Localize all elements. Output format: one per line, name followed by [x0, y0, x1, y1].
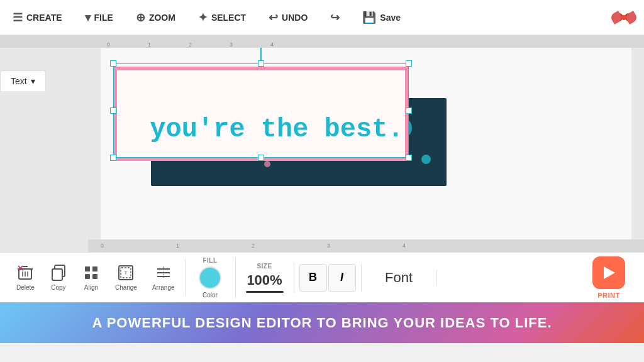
svg-rect-16 [92, 274, 97, 279]
print-button[interactable] [592, 256, 625, 289]
tab-text[interactable]: Text ▾ [0, 70, 46, 91]
canvas-area: 0 1 2 3 4 [0, 35, 644, 252]
change-button[interactable]: T Change [108, 259, 145, 296]
svg-marker-24 [604, 266, 615, 279]
arrange-button[interactable]: Arrange [145, 259, 182, 296]
undo-icon: ↩ [269, 11, 278, 25]
svg-point-2 [621, 15, 626, 20]
size-label: SIZE [257, 263, 272, 270]
file-menu[interactable]: ▾ FILE [80, 7, 118, 28]
undo-button[interactable]: ↩ UNDO [264, 7, 313, 28]
arrange-label: Arrange [152, 284, 175, 291]
save-button[interactable]: 💾 Save [357, 7, 406, 28]
design-text: you're the best. [150, 114, 403, 145]
svg-rect-13 [85, 266, 90, 272]
zoom-icon: ⊕ [136, 11, 145, 25]
canvas-workspace[interactable]: you're the best. [101, 48, 631, 239]
fill-label: FILL [203, 257, 217, 264]
create-menu[interactable]: ☰ CREATE [8, 7, 67, 28]
copy-label: Copy [51, 284, 65, 291]
size-bar[interactable] [246, 291, 284, 293]
pink-border-box [113, 67, 409, 161]
delete-label: Delete [16, 284, 35, 291]
save-icon: 💾 [362, 11, 376, 25]
style-section: B I [294, 264, 362, 292]
bold-label: B [309, 271, 317, 284]
copy-button[interactable]: Copy [42, 259, 75, 296]
tab-text-label: Text [11, 76, 27, 86]
bold-button[interactable]: B [299, 264, 327, 292]
align-icon [82, 264, 100, 282]
fill-section: FILL Color [186, 257, 236, 299]
tab-bar: Text ▾ [0, 70, 46, 91]
chevron-down-icon: ▾ [85, 11, 91, 25]
select-icon: ✦ [198, 11, 208, 25]
selection-handle-tc[interactable] [258, 60, 264, 67]
redo-icon: ↪ [330, 11, 340, 25]
selection-handle-tr[interactable] [406, 60, 412, 67]
svg-text:T: T [125, 270, 128, 276]
italic-label: I [340, 271, 343, 284]
font-label: Font [385, 270, 413, 286]
selection-top-line [260, 48, 262, 63]
hamburger-icon: ☰ [13, 11, 23, 25]
arrange-icon [155, 264, 172, 282]
delete-button[interactable]: Delete [9, 259, 42, 296]
ruler-bottom: 0 1 2 3 4 [88, 239, 644, 252]
svg-rect-14 [92, 266, 97, 272]
redo-button[interactable]: ↪ [325, 7, 345, 28]
delete-icon [16, 264, 34, 282]
change-icon: T [117, 264, 135, 282]
svg-rect-15 [85, 274, 90, 279]
toolbar-right [611, 9, 636, 26]
select-label: SELECT [211, 13, 246, 23]
copy-icon [50, 264, 67, 282]
italic-button[interactable]: I [328, 264, 356, 292]
tool-icons: Delete Copy [6, 259, 186, 296]
brand-logo [611, 9, 636, 26]
zoom-label: ZOOM [149, 13, 175, 23]
selection-handle-tl[interactable] [110, 60, 116, 67]
size-value: 100% [247, 272, 282, 288]
print-label: PRINT [597, 292, 620, 299]
font-section[interactable]: Font [362, 270, 437, 286]
svg-rect-12 [52, 269, 62, 280]
toolbar: ☰ CREATE ▾ FILE ⊕ ZOOM ✦ SELECT ↩ UNDO ↪… [0, 0, 644, 35]
change-label: Change [115, 284, 137, 291]
size-section: SIZE 100% [236, 263, 294, 293]
align-label: Align [84, 284, 98, 291]
app-container: ☰ CREATE ▾ FILE ⊕ ZOOM ✦ SELECT ↩ UNDO ↪… [0, 0, 644, 362]
select-menu[interactable]: ✦ SELECT [193, 7, 251, 28]
banner-text: A POWERFUL DESIGN EDITOR TO BRING YOUR I… [92, 315, 552, 331]
zoom-menu[interactable]: ⊕ ZOOM [131, 7, 180, 28]
bottom-panel: Delete Copy [0, 252, 644, 302]
align-button[interactable]: Align [75, 259, 108, 296]
ruler-horizontal: 0 1 2 3 4 [0, 35, 644, 48]
create-label: CREATE [26, 13, 62, 23]
tab-chevron: ▾ [31, 76, 35, 86]
undo-label: UNDO [282, 13, 308, 23]
save-label: Save [380, 13, 401, 23]
banner: A POWERFUL DESIGN EDITOR TO BRING YOUR I… [0, 302, 644, 343]
fill-color-label: Color [203, 292, 218, 299]
print-section: PRINT [580, 256, 638, 299]
fill-color-picker[interactable] [199, 266, 221, 289]
file-label: FILE [94, 13, 113, 23]
